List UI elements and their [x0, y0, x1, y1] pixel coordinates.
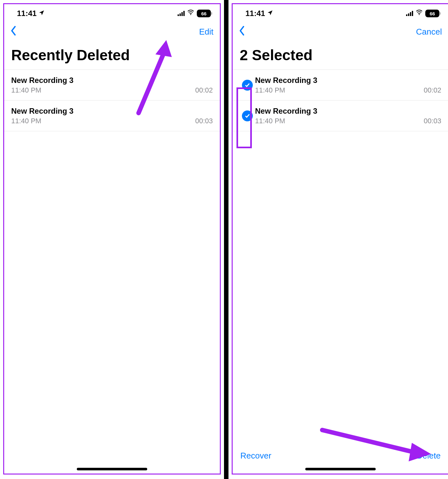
status-time: 11:41 [245, 9, 265, 18]
recording-time: 11:40 PM [255, 117, 285, 125]
recording-time: 11:40 PM [255, 86, 285, 94]
screenshot-left: 11:41 66 Edit Recently Deleted New Recor… [3, 3, 221, 475]
screenshot-right: 11:41 66 Cancel 2 Selected [232, 3, 448, 475]
back-button[interactable] [239, 26, 245, 38]
screenshot-divider [224, 0, 228, 479]
svg-line-4 [322, 430, 415, 452]
svg-point-0 [190, 14, 191, 15]
recording-duration: 00:02 [424, 86, 441, 94]
list-item[interactable]: New Recording 3 11:40 PM 00:02 [233, 70, 448, 101]
selection-checkmark-icon[interactable] [242, 110, 253, 121]
svg-point-3 [419, 14, 420, 15]
cancel-button[interactable]: Cancel [416, 27, 442, 37]
recordings-list: New Recording 3 11:40 PM 00:02 New Recor… [233, 69, 448, 131]
recording-duration: 00:02 [195, 86, 213, 94]
back-button[interactable] [11, 26, 16, 38]
recording-time: 11:40 PM [11, 117, 41, 125]
recording-duration: 00:03 [195, 117, 213, 125]
status-bar: 11:41 66 [233, 4, 448, 23]
page-title: Recently Deleted [4, 41, 220, 69]
battery-indicator: 66 [197, 10, 211, 17]
location-arrow-icon [38, 10, 45, 18]
recording-time: 11:40 PM [11, 86, 41, 94]
recover-button[interactable]: Recover [240, 451, 271, 461]
cellular-signal-icon [406, 11, 413, 16]
battery-indicator: 66 [425, 10, 439, 17]
recording-title: New Recording 3 [11, 107, 213, 116]
location-arrow-icon [267, 10, 273, 18]
recording-title: New Recording 3 [255, 76, 441, 85]
status-time: 11:41 [17, 9, 36, 18]
bottom-toolbar: Recover Delete [233, 451, 448, 461]
recording-title: New Recording 3 [11, 76, 213, 85]
recording-title: New Recording 3 [255, 107, 441, 116]
nav-bar: Cancel [233, 23, 448, 41]
home-indicator[interactable] [77, 468, 147, 470]
wifi-icon [187, 9, 194, 18]
selection-checkmark-icon[interactable] [242, 80, 253, 91]
page-title: 2 Selected [233, 41, 448, 69]
delete-button[interactable]: Delete [417, 451, 441, 461]
recordings-list: New Recording 3 11:40 PM 00:02 New Recor… [4, 69, 220, 131]
home-indicator[interactable] [305, 468, 376, 470]
cellular-signal-icon [178, 11, 185, 16]
list-item[interactable]: New Recording 3 11:40 PM 00:02 [4, 70, 220, 101]
list-item[interactable]: New Recording 3 11:40 PM 00:03 [233, 101, 448, 131]
list-item[interactable]: New Recording 3 11:40 PM 00:03 [4, 101, 220, 131]
recording-duration: 00:03 [424, 117, 441, 125]
edit-button[interactable]: Edit [199, 27, 213, 37]
nav-bar: Edit [4, 23, 220, 41]
wifi-icon [416, 9, 423, 18]
status-bar: 11:41 66 [4, 4, 220, 23]
